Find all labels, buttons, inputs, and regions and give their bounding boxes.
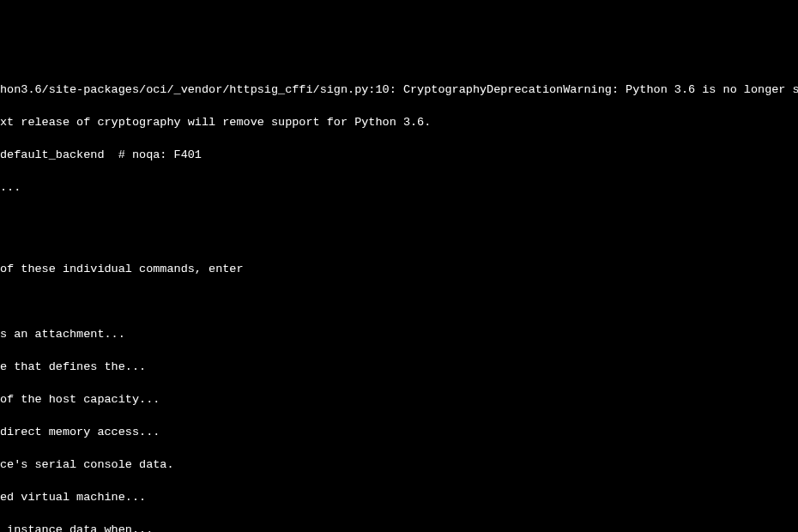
terminal-output[interactable]: hon3.6/site-packages/oci/_vendor/httpsig… <box>0 65 798 532</box>
terminal-line: e that defines the... <box>0 359 798 375</box>
terminal-line: xt release of cryptography will remove s… <box>0 114 798 130</box>
terminal-line: of the host capacity... <box>0 391 798 408</box>
terminal-line: instance data when... <box>0 522 798 532</box>
terminal-line: direct memory access... <box>0 424 798 440</box>
terminal-line: default_backend # noqa: F401 <box>0 147 798 163</box>
terminal-line: ed virtual machine... <box>0 489 798 505</box>
terminal-line: ... <box>0 179 798 196</box>
terminal-line: of these individual commands, enter <box>0 261 798 277</box>
terminal-line: ce's serial console data. <box>0 456 798 473</box>
terminal-line: hon3.6/site-packages/oci/_vendor/httpsig… <box>0 82 798 98</box>
terminal-line: s an attachment... <box>0 326 798 342</box>
